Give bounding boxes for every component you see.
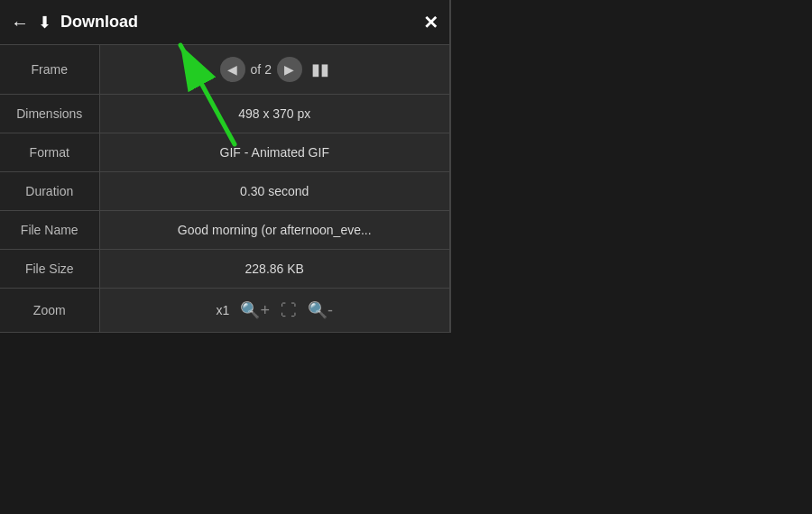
frame-label: Frame [0,45,99,95]
zoom-label: Zoom [0,289,99,333]
table-row: Zoom x1 🔍+ ⛶ 🔍- [0,289,449,333]
pause-button[interactable]: ▮▮ [311,60,329,79]
zoom-controls: x1 🔍+ ⛶ 🔍- [115,300,436,320]
filename-value: Good morning (or afternoon_eve... [99,211,449,250]
table-row: Dimensions 498 x 370 px [0,95,449,133]
duration-label: Duration [0,172,99,211]
title-bar: ← ⬇ Download ✕ [0,0,449,45]
frame-controls: ◀ of 2 ▶ ▮▮ [115,57,436,82]
format-value: GIF - Animated GIF [99,133,449,172]
download-panel: ← ⬇ Download ✕ Frame ◀ of 2 ▶ ▮▮ [0,0,451,333]
title-bar-left: ← ⬇ Download [11,13,423,32]
frame-value: of 2 [251,62,272,77]
table-row: Frame ◀ of 2 ▶ ▮▮ [0,45,449,95]
zoom-cell: x1 🔍+ ⛶ 🔍- [99,289,449,333]
info-table: Frame ◀ of 2 ▶ ▮▮ Dimensions 498 x 370 p… [0,45,449,333]
close-button[interactable]: ✕ [423,12,438,33]
zoom-level: x1 [217,303,230,317]
frame-next-button[interactable]: ▶ [277,57,302,82]
filesize-value: 228.86 KB [99,250,449,289]
table-row: File Name Good morning (or afternoon_eve… [0,211,449,250]
back-button[interactable]: ← [11,14,29,32]
zoom-out-button[interactable]: 🔍- [308,300,333,320]
filesize-label: File Size [0,250,99,289]
table-row: File Size 228.86 KB [0,250,449,289]
frame-cell: ◀ of 2 ▶ ▮▮ [99,45,449,95]
zoom-fit-button[interactable]: ⛶ [281,301,297,320]
table-row: Format GIF - Animated GIF [0,133,449,172]
filename-label: File Name [0,211,99,250]
panel-title: Download [60,13,138,32]
zoom-in-button[interactable]: 🔍+ [240,300,270,320]
dimensions-label: Dimensions [0,95,99,133]
table-row: Duration 0.30 second [0,172,449,211]
duration-value: 0.30 second [99,172,449,211]
download-icon: ⬇ [38,13,51,32]
format-label: Format [0,133,99,172]
dimensions-value: 498 x 370 px [99,95,449,133]
frame-prev-button[interactable]: ◀ [220,57,245,82]
